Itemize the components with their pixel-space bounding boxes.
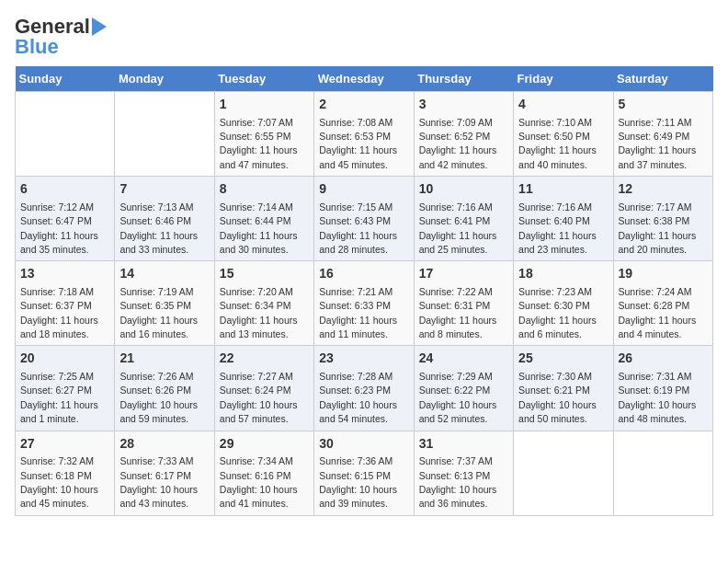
calendar-week-row: 1Sunrise: 7:07 AMSunset: 6:55 PMDaylight…	[16, 92, 713, 177]
calendar-cell: 26Sunrise: 7:31 AMSunset: 6:19 PMDayligh…	[613, 346, 712, 431]
day-detail: Sunrise: 7:13 AMSunset: 6:46 PMDaylight:…	[119, 201, 198, 255]
day-number: 20	[20, 350, 109, 368]
calendar-header-row: SundayMondayTuesdayWednesdayThursdayFrid…	[16, 66, 713, 92]
day-detail: Sunrise: 7:27 AMSunset: 6:24 PMDaylight:…	[220, 371, 298, 424]
header-friday: Friday	[514, 66, 613, 92]
day-detail: Sunrise: 7:29 AMSunset: 6:22 PMDaylight:…	[419, 371, 497, 424]
day-number: 10	[419, 180, 508, 199]
day-number: 11	[518, 180, 608, 199]
calendar-table: SundayMondayTuesdayWednesdayThursdayFrid…	[15, 66, 713, 516]
calendar-cell: 30Sunrise: 7:36 AMSunset: 6:15 PMDayligh…	[314, 431, 414, 515]
day-number: 27	[20, 435, 109, 454]
day-number: 25	[518, 350, 608, 368]
day-detail: Sunrise: 7:16 AMSunset: 6:41 PMDaylight:…	[419, 201, 497, 255]
day-number: 1	[220, 96, 309, 114]
day-number: 3	[419, 96, 508, 114]
day-detail: Sunrise: 7:23 AMSunset: 6:30 PMDaylight:…	[518, 286, 597, 339]
day-number: 7	[119, 180, 209, 199]
day-detail: Sunrise: 7:15 AMSunset: 6:43 PMDaylight:…	[319, 201, 397, 255]
day-detail: Sunrise: 7:12 AMSunset: 6:47 PMDaylight:…	[20, 201, 98, 255]
calendar-cell	[514, 431, 613, 515]
day-detail: Sunrise: 7:09 AMSunset: 6:52 PMDaylight:…	[419, 117, 497, 170]
day-number: 24	[419, 350, 508, 368]
calendar-cell: 10Sunrise: 7:16 AMSunset: 6:41 PMDayligh…	[414, 177, 513, 261]
day-detail: Sunrise: 7:32 AMSunset: 6:18 PMDaylight:…	[20, 455, 98, 509]
day-number: 21	[119, 350, 209, 368]
day-number: 28	[119, 435, 209, 454]
day-detail: Sunrise: 7:18 AMSunset: 6:37 PMDaylight:…	[20, 286, 98, 339]
calendar-cell: 2Sunrise: 7:08 AMSunset: 6:53 PMDaylight…	[314, 92, 414, 177]
calendar-week-row: 20Sunrise: 7:25 AMSunset: 6:27 PMDayligh…	[16, 346, 713, 431]
calendar-cell: 27Sunrise: 7:32 AMSunset: 6:18 PMDayligh…	[16, 431, 115, 515]
day-number: 12	[619, 180, 708, 199]
day-number: 8	[220, 180, 309, 199]
day-detail: Sunrise: 7:16 AMSunset: 6:40 PMDaylight:…	[518, 201, 597, 255]
day-detail: Sunrise: 7:22 AMSunset: 6:31 PMDaylight:…	[419, 286, 497, 339]
day-number: 4	[518, 96, 608, 114]
day-number: 29	[220, 435, 309, 454]
day-number: 5	[619, 96, 708, 114]
calendar-cell: 28Sunrise: 7:33 AMSunset: 6:17 PMDayligh…	[115, 431, 214, 515]
day-number: 17	[419, 265, 508, 283]
header-saturday: Saturday	[613, 66, 712, 92]
logo-blue: Blue	[15, 35, 59, 59]
header-tuesday: Tuesday	[214, 66, 313, 92]
calendar-cell: 17Sunrise: 7:22 AMSunset: 6:31 PMDayligh…	[414, 261, 513, 346]
calendar-cell: 9Sunrise: 7:15 AMSunset: 6:43 PMDaylight…	[314, 177, 414, 261]
calendar-cell: 7Sunrise: 7:13 AMSunset: 6:46 PMDaylight…	[115, 177, 214, 261]
day-detail: Sunrise: 7:17 AMSunset: 6:38 PMDaylight:…	[619, 201, 697, 255]
calendar-cell: 23Sunrise: 7:28 AMSunset: 6:23 PMDayligh…	[314, 346, 414, 431]
day-number: 14	[119, 265, 209, 283]
day-detail: Sunrise: 7:31 AMSunset: 6:19 PMDaylight:…	[619, 371, 697, 424]
day-number: 26	[619, 350, 708, 368]
calendar-cell: 8Sunrise: 7:14 AMSunset: 6:44 PMDaylight…	[214, 177, 313, 261]
day-detail: Sunrise: 7:14 AMSunset: 6:44 PMDaylight:…	[220, 201, 298, 255]
day-number: 16	[319, 265, 408, 283]
calendar-cell: 22Sunrise: 7:27 AMSunset: 6:24 PMDayligh…	[214, 346, 313, 431]
calendar-week-row: 6Sunrise: 7:12 AMSunset: 6:47 PMDaylight…	[16, 177, 713, 261]
header-wednesday: Wednesday	[314, 66, 414, 92]
day-number: 6	[20, 180, 109, 199]
calendar-cell: 31Sunrise: 7:37 AMSunset: 6:13 PMDayligh…	[414, 431, 513, 515]
calendar-cell: 24Sunrise: 7:29 AMSunset: 6:22 PMDayligh…	[414, 346, 513, 431]
calendar-cell	[115, 92, 214, 177]
calendar-cell: 11Sunrise: 7:16 AMSunset: 6:40 PMDayligh…	[514, 177, 613, 261]
day-number: 9	[319, 180, 408, 199]
day-detail: Sunrise: 7:33 AMSunset: 6:17 PMDaylight:…	[119, 455, 198, 509]
page-header: General Blue	[15, 15, 713, 59]
day-detail: Sunrise: 7:37 AMSunset: 6:13 PMDaylight:…	[419, 455, 497, 509]
day-number: 31	[419, 435, 508, 454]
calendar-cell: 25Sunrise: 7:30 AMSunset: 6:21 PMDayligh…	[514, 346, 613, 431]
calendar-cell: 16Sunrise: 7:21 AMSunset: 6:33 PMDayligh…	[314, 261, 414, 346]
calendar-cell: 19Sunrise: 7:24 AMSunset: 6:28 PMDayligh…	[613, 261, 712, 346]
calendar-cell: 1Sunrise: 7:07 AMSunset: 6:55 PMDaylight…	[214, 92, 313, 177]
header-thursday: Thursday	[414, 66, 513, 92]
day-detail: Sunrise: 7:21 AMSunset: 6:33 PMDaylight:…	[319, 286, 397, 339]
calendar-cell: 12Sunrise: 7:17 AMSunset: 6:38 PMDayligh…	[613, 177, 712, 261]
calendar-cell	[16, 92, 115, 177]
logo: General Blue	[15, 15, 107, 59]
day-detail: Sunrise: 7:11 AMSunset: 6:49 PMDaylight:…	[619, 117, 697, 170]
day-detail: Sunrise: 7:34 AMSunset: 6:16 PMDaylight:…	[220, 455, 298, 509]
day-number: 15	[220, 265, 309, 283]
calendar-week-row: 27Sunrise: 7:32 AMSunset: 6:18 PMDayligh…	[16, 431, 713, 515]
calendar-cell: 13Sunrise: 7:18 AMSunset: 6:37 PMDayligh…	[16, 261, 115, 346]
day-detail: Sunrise: 7:24 AMSunset: 6:28 PMDaylight:…	[619, 286, 697, 339]
calendar-cell: 3Sunrise: 7:09 AMSunset: 6:52 PMDaylight…	[414, 92, 513, 177]
day-detail: Sunrise: 7:07 AMSunset: 6:55 PMDaylight:…	[220, 117, 298, 170]
day-number: 30	[319, 435, 408, 454]
day-detail: Sunrise: 7:10 AMSunset: 6:50 PMDaylight:…	[518, 117, 597, 170]
day-detail: Sunrise: 7:19 AMSunset: 6:35 PMDaylight:…	[119, 286, 198, 339]
day-number: 13	[20, 265, 109, 283]
header-monday: Monday	[115, 66, 214, 92]
calendar-cell: 14Sunrise: 7:19 AMSunset: 6:35 PMDayligh…	[115, 261, 214, 346]
calendar-cell: 21Sunrise: 7:26 AMSunset: 6:26 PMDayligh…	[115, 346, 214, 431]
calendar-week-row: 13Sunrise: 7:18 AMSunset: 6:37 PMDayligh…	[16, 261, 713, 346]
day-number: 22	[220, 350, 309, 368]
day-detail: Sunrise: 7:30 AMSunset: 6:21 PMDaylight:…	[518, 371, 597, 424]
calendar-cell: 4Sunrise: 7:10 AMSunset: 6:50 PMDaylight…	[514, 92, 613, 177]
day-number: 23	[319, 350, 408, 368]
calendar-cell: 5Sunrise: 7:11 AMSunset: 6:49 PMDaylight…	[613, 92, 712, 177]
day-number: 2	[319, 96, 408, 114]
calendar-cell	[613, 431, 712, 515]
